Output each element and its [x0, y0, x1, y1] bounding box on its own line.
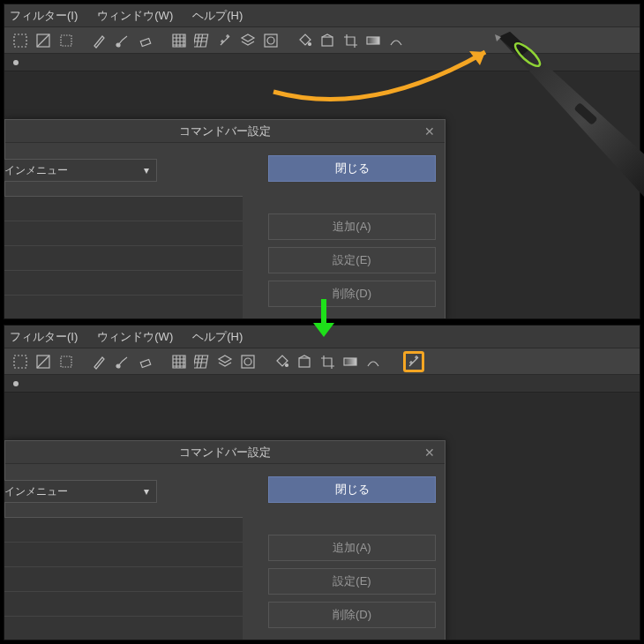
list-item[interactable] [4, 518, 243, 543]
svg-rect-0 [14, 34, 26, 47]
dialog-title: コマンドバー設定 [179, 445, 271, 461]
add-button[interactable]: 追加(A) [268, 535, 436, 561]
pen-icon[interactable] [89, 351, 110, 372]
svg-point-6 [267, 37, 274, 44]
command-bar-settings-dialog: コマンドバー設定 ✕ インメニュー ▾ 閉じる 追加(A) 設定(E) 削除(D… [4, 119, 446, 319]
delete-button[interactable]: 削除(D) [268, 281, 436, 307]
transform-icon[interactable] [386, 30, 407, 51]
mask-icon[interactable] [260, 30, 281, 51]
subbar [4, 375, 640, 393]
subbar [4, 54, 640, 71]
delete-button[interactable]: 削除(D) [268, 602, 436, 628]
crop-icon[interactable] [317, 351, 338, 372]
eraser-icon[interactable] [135, 30, 156, 51]
list-item[interactable] [4, 221, 243, 246]
grid-icon[interactable] [168, 351, 190, 372]
svg-rect-9 [367, 37, 379, 44]
marquee-icon[interactable] [56, 351, 77, 372]
crop-icon[interactable] [340, 30, 361, 51]
svg-rect-4 [140, 38, 150, 46]
dot-indicator [13, 381, 19, 386]
add-button[interactable]: 追加(A) [268, 213, 436, 240]
menu-help[interactable]: ヘルプ(H) [192, 8, 243, 24]
marquee-icon[interactable] [56, 30, 77, 51]
wand-moved-icon[interactable] [403, 351, 424, 372]
dropdown-value: インメニュー [4, 163, 68, 178]
svg-point-7 [309, 42, 311, 45]
list-item[interactable] [4, 567, 243, 592]
menu-filter[interactable]: フィルター(I) [10, 329, 78, 345]
rect-select-icon[interactable] [10, 351, 31, 372]
brush-icon[interactable] [112, 351, 133, 372]
settings-button[interactable]: 設定(E) [268, 568, 436, 595]
command-list[interactable] [4, 196, 243, 319]
svg-rect-2 [61, 35, 71, 46]
pen-icon[interactable] [89, 30, 110, 51]
brush-icon[interactable] [112, 30, 133, 51]
fill-icon[interactable] [317, 30, 338, 51]
dialog-buttons: 閉じる 追加(A) 設定(E) 削除(D) [268, 476, 436, 628]
list-item[interactable] [4, 592, 243, 617]
close-button[interactable]: 閉じる [268, 155, 436, 182]
settings-button[interactable]: 設定(E) [268, 247, 436, 273]
svg-point-17 [286, 363, 288, 366]
mask-icon[interactable] [237, 351, 258, 372]
dialog-title-bar[interactable]: コマンドバー設定 ✕ [5, 120, 445, 143]
bucket-icon[interactable] [294, 30, 315, 51]
close-icon[interactable]: ✕ [422, 445, 438, 461]
gradient-icon[interactable] [363, 30, 384, 51]
svg-rect-8 [322, 37, 333, 46]
menu-help[interactable]: ヘルプ(H) [192, 329, 243, 345]
command-bar-settings-dialog: コマンドバー設定 ✕ インメニュー ▾ 閉じる 追加(A) 設定(E) 削除(D… [4, 440, 446, 640]
svg-rect-18 [299, 358, 310, 367]
dialog-body: インメニュー ▾ 閉じる 追加(A) 設定(E) 削除(D) [5, 143, 445, 319]
invert-select-icon[interactable] [33, 351, 54, 372]
svg-point-13 [116, 364, 120, 368]
gradient-icon[interactable] [340, 351, 361, 372]
transform-icon[interactable] [363, 351, 384, 372]
menu-window[interactable]: ウィンドウ(W) [97, 329, 173, 345]
layers-icon[interactable] [237, 30, 258, 51]
list-item[interactable] [4, 617, 243, 640]
layers-icon[interactable] [214, 351, 236, 372]
toolbar-top [4, 27, 640, 54]
command-list[interactable] [4, 517, 243, 640]
svg-rect-12 [61, 356, 71, 367]
dot-indicator [13, 60, 19, 65]
svg-rect-5 [265, 34, 277, 47]
svg-rect-10 [14, 356, 26, 368]
bucket-icon[interactable] [271, 351, 292, 372]
fill-icon[interactable] [294, 351, 315, 372]
svg-point-16 [244, 358, 251, 365]
bottom-panel: フィルター(I) ウィンドウ(W) ヘルプ(H) コマンドバー設定 ✕ インメニ… [4, 325, 640, 640]
wand-icon[interactable] [214, 30, 236, 51]
dialog-title-bar[interactable]: コマンドバー設定 ✕ [5, 441, 445, 464]
close-button[interactable]: 閉じる [268, 476, 436, 503]
perspective-icon[interactable] [191, 30, 213, 51]
menu-bar: フィルター(I) ウィンドウ(W) ヘルプ(H) [4, 4, 640, 27]
rect-select-icon[interactable] [10, 30, 31, 51]
eraser-icon[interactable] [135, 351, 156, 372]
invert-select-icon[interactable] [33, 30, 54, 51]
perspective-icon[interactable] [191, 351, 213, 372]
category-dropdown[interactable]: インメニュー ▾ [4, 480, 157, 503]
dialog-body: インメニュー ▾ 閉じる 追加(A) 設定(E) 削除(D) [5, 464, 445, 640]
list-item[interactable] [4, 197, 243, 221]
svg-rect-15 [242, 356, 254, 368]
category-dropdown[interactable]: インメニュー ▾ [4, 159, 157, 182]
chevron-down-icon: ▾ [144, 485, 149, 498]
chevron-down-icon: ▾ [144, 164, 149, 176]
close-icon[interactable]: ✕ [422, 124, 438, 139]
dialog-title: コマンドバー設定 [179, 124, 271, 139]
list-item[interactable] [4, 296, 243, 319]
grid-icon[interactable] [168, 30, 190, 51]
dropdown-value: インメニュー [4, 484, 68, 499]
menu-filter[interactable]: フィルター(I) [10, 8, 78, 24]
svg-rect-19 [344, 358, 356, 365]
svg-rect-14 [140, 359, 150, 367]
dialog-buttons: 閉じる 追加(A) 設定(E) 削除(D) [268, 155, 436, 307]
list-item[interactable] [4, 271, 243, 296]
list-item[interactable] [4, 543, 243, 567]
menu-window[interactable]: ウィンドウ(W) [97, 8, 173, 24]
list-item[interactable] [4, 246, 243, 271]
